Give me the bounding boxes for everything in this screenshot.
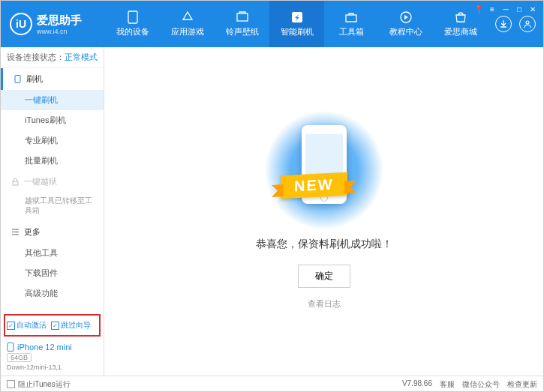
checkbox-skip-guide[interactable]: ✓ 跳过向导 [51, 320, 91, 331]
user-icon [523, 19, 532, 28]
tutorial-icon [399, 10, 413, 24]
cb-label: 跳过向导 [61, 320, 91, 331]
connection-status: 设备连接状态：正常模式 [1, 47, 104, 68]
list-icon [11, 228, 20, 236]
sidebar-item-flash-1[interactable]: iTunes刷机 [1, 110, 104, 130]
nav-item-device[interactable]: 我的设备 [106, 1, 161, 47]
sidebar-item-flash-3[interactable]: 批量刷机 [1, 151, 104, 171]
sidebar-item-flash-0[interactable]: 一键刷机 [1, 90, 104, 110]
jailbreak-note: 越狱工具已转移至工具箱 [1, 193, 104, 221]
nav-label: 我的设备 [116, 26, 149, 37]
nav-item-apps[interactable]: 应用游戏 [161, 1, 215, 47]
footer-left: 阻止iTunes运行 [7, 379, 402, 390]
tools-icon [344, 10, 358, 24]
success-message: 恭喜您，保资料刷机成功啦！ [256, 238, 392, 251]
maximize-button[interactable]: □ [513, 4, 525, 14]
menu-button[interactable]: ≡ [486, 4, 498, 14]
window-controls: 📍 ≡ ─ □ ✕ [473, 4, 539, 14]
sidebar-item-flash-2[interactable]: 专业刷机 [1, 130, 104, 151]
checkbox-icon [7, 380, 15, 388]
svg-rect-0 [128, 11, 137, 23]
sidebar-group-more[interactable]: 更多 [1, 221, 104, 243]
svg-rect-1 [237, 13, 248, 21]
nav-item-media[interactable]: 铃声壁纸 [215, 1, 269, 47]
user-button[interactable] [519, 16, 536, 32]
brand-name: 爱思助手 [37, 13, 82, 28]
svg-rect-3 [346, 15, 356, 22]
svg-point-5 [526, 21, 529, 24]
svg-rect-6 [15, 76, 20, 83]
checkbox-icon: ✓ [51, 322, 59, 330]
logo-icon: iU [10, 13, 32, 35]
nav-item-tutorial[interactable]: 教程中心 [379, 1, 434, 47]
device-model: Down-12mini-13,1 [7, 364, 98, 371]
sidebar-tree: 刷机 一键刷机iTunes刷机专业刷机批量刷机 一键越狱 越狱工具已转移至工具箱… [1, 68, 104, 313]
sidebar: 设备连接状态：正常模式 刷机 一键刷机iTunes刷机专业刷机批量刷机 一键越狱… [1, 47, 104, 376]
device-icon [126, 10, 140, 24]
sidebar-item-more-2[interactable]: 高级功能 [1, 283, 104, 304]
version-label: V7.98.66 [402, 379, 432, 390]
download-icon [499, 19, 508, 28]
sidebar-item-more-1[interactable]: 下载固件 [1, 263, 104, 283]
cb-label: 自动激活 [17, 320, 47, 331]
lock-icon [11, 178, 20, 186]
more-label: 更多 [24, 226, 41, 238]
conn-mode: 正常模式 [65, 52, 98, 61]
confirm-button[interactable]: 确定 [298, 265, 350, 288]
svg-rect-7 [13, 181, 18, 185]
jailbreak-label: 一键越狱 [24, 176, 57, 187]
flash-label: 刷机 [26, 73, 43, 85]
nav-item-tools[interactable]: 工具箱 [324, 1, 379, 47]
checkbox-icon: ✓ [7, 322, 15, 330]
phone-icon [14, 75, 22, 83]
flash-icon [290, 10, 304, 24]
nav-label: 铃声壁纸 [226, 26, 259, 37]
store-icon [454, 10, 467, 24]
checkbox-auto-activate[interactable]: ✓ 自动激活 [7, 320, 47, 331]
block-itunes-label: 阻止iTunes运行 [18, 379, 71, 390]
support-link[interactable]: 客服 [440, 379, 455, 390]
svg-rect-8 [8, 343, 14, 352]
conn-label: 设备连接状态： [7, 52, 65, 61]
sidebar-item-more-0[interactable]: 其他工具 [1, 243, 104, 263]
download-button[interactable] [495, 16, 512, 32]
nav-label: 工具箱 [339, 26, 364, 37]
apps-icon [181, 10, 194, 24]
nav-label: 智能刷机 [281, 26, 314, 37]
footer-right: V7.98.66 客服 微信公众号 检查更新 [402, 379, 537, 390]
nav-label: 爱思商城 [444, 26, 477, 37]
pin-button[interactable]: 📍 [473, 4, 485, 14]
sidebar-group-jailbreak[interactable]: 一键越狱 [1, 171, 104, 193]
wechat-link[interactable]: 微信公众号 [462, 379, 500, 390]
main-nav: 我的设备应用游戏铃声壁纸智能刷机工具箱教程中心爱思商城 [106, 1, 488, 47]
success-illustration: NEW [264, 114, 384, 226]
content-area: 设备连接状态：正常模式 刷机 一键刷机iTunes刷机专业刷机批量刷机 一键越狱… [1, 47, 543, 376]
nav-label: 教程中心 [389, 26, 422, 37]
update-link[interactable]: 检查更新 [507, 379, 537, 390]
device-icon [7, 343, 14, 352]
storage-badge: 64GB [7, 353, 32, 362]
nav-item-flash[interactable]: 智能刷机 [269, 1, 324, 47]
logo-area: iU 爱思助手 www.i4.cn [1, 13, 106, 35]
options-highlight: ✓ 自动激活 ✓ 跳过向导 [4, 314, 101, 337]
close-button[interactable]: ✕ [527, 4, 539, 14]
minimize-button[interactable]: ─ [500, 4, 512, 14]
media-icon [236, 10, 249, 24]
new-ribbon: NEW [281, 172, 347, 199]
main-panel: NEW 恭喜您，保资料刷机成功啦！ 确定 查看日志 [104, 47, 543, 376]
view-log-link[interactable]: 查看日志 [308, 298, 341, 310]
nav-label: 应用游戏 [171, 26, 204, 37]
app-header: 📍 ≡ ─ □ ✕ iU 爱思助手 www.i4.cn 我的设备应用游戏铃声壁纸… [1, 1, 543, 47]
device-name-text: iPhone 12 mini [17, 343, 72, 352]
brand-url: www.i4.cn [37, 28, 82, 35]
footer: 阻止iTunes运行 V7.98.66 客服 微信公众号 检查更新 [1, 376, 543, 392]
header-actions [488, 16, 543, 32]
device-name[interactable]: iPhone 12 mini [7, 343, 98, 352]
device-info: iPhone 12 mini 64GB Down-12mini-13,1 [1, 338, 104, 376]
checkbox-block-itunes[interactable]: 阻止iTunes运行 [7, 379, 71, 390]
sidebar-group-flash[interactable]: 刷机 [1, 68, 104, 90]
